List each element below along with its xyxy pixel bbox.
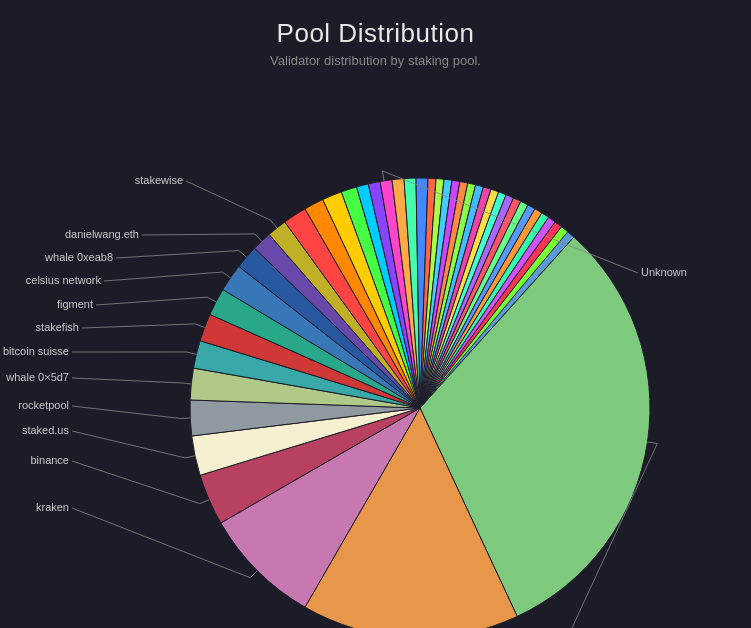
label-line bbox=[186, 181, 277, 228]
pie-label: whale 0×5d7 bbox=[5, 371, 69, 383]
label-line bbox=[72, 378, 191, 384]
page: Pool Distribution Validator distribution… bbox=[0, 0, 751, 628]
label-line bbox=[72, 431, 195, 458]
title-area: Pool Distribution Validator distribution… bbox=[0, 0, 751, 68]
label-line bbox=[116, 251, 246, 258]
label-line bbox=[142, 234, 262, 241]
pie-label: rocketpool bbox=[18, 399, 69, 411]
pie-chart-svg: Unknownlidocoinbasekrakenbinancestaked.u… bbox=[0, 68, 751, 628]
pie-label: stakefish bbox=[36, 321, 79, 333]
label-line bbox=[72, 352, 196, 354]
label-line bbox=[72, 461, 209, 504]
pie-label: bitcoin suisse bbox=[3, 345, 69, 357]
pie-label: celsius network bbox=[26, 274, 102, 286]
label-line bbox=[82, 324, 205, 328]
chart-container: Unknownlidocoinbasekrakenbinancestaked.u… bbox=[0, 68, 751, 628]
pie-label: kraken bbox=[36, 501, 69, 513]
pie-label: staked.us bbox=[22, 424, 70, 436]
page-subtitle: Validator distribution by staking pool. bbox=[0, 53, 751, 68]
label-line bbox=[72, 406, 190, 418]
label-line bbox=[96, 297, 216, 305]
pie-label: stakewise bbox=[135, 174, 183, 186]
label-line bbox=[104, 272, 230, 281]
pie-label: figment bbox=[57, 298, 93, 310]
pie-label: binance bbox=[30, 454, 69, 466]
pie-label: Unknown bbox=[641, 266, 687, 278]
page-title: Pool Distribution bbox=[0, 18, 751, 49]
pie-label: danielwang.eth bbox=[65, 228, 139, 240]
pie-label: whale 0xeab8 bbox=[44, 251, 113, 263]
